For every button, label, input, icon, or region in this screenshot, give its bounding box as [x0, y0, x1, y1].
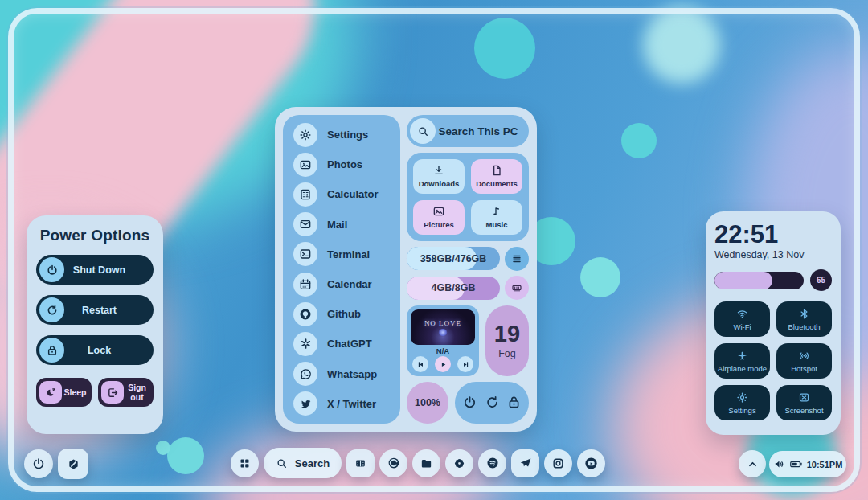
app-item-whatsapp[interactable]: Whatsapp	[293, 362, 400, 386]
app-item-twitter[interactable]: X / Twitter	[293, 391, 400, 416]
date: Wednesday, 13 Nov	[714, 249, 832, 260]
search-icon	[276, 457, 288, 469]
terminal-icon	[293, 242, 317, 266]
documents-tile[interactable]: Documents	[471, 159, 522, 194]
app-item-mail[interactable]: Mail	[293, 212, 400, 236]
weather-temperature: 19	[494, 322, 520, 346]
picture-icon	[432, 205, 445, 218]
search-this-pc[interactable]: Search This PC	[407, 115, 529, 147]
status-panel: 22:51 Wednesday, 13 Nov 65 Wi-Fi Bluetoo…	[706, 211, 841, 435]
hotspot-tile[interactable]: Hotspot	[776, 343, 832, 379]
power-icon	[39, 257, 64, 282]
memory-meter: 4GB/8GB	[407, 277, 500, 300]
music-tile[interactable]: Music	[471, 200, 522, 235]
dock-youtube-button[interactable]	[577, 449, 605, 477]
search-icon	[410, 118, 436, 144]
app-label: Calendar	[327, 278, 372, 290]
sleep-button[interactable]: Sleep	[36, 378, 92, 407]
wifi-tile[interactable]: Wi-Fi	[714, 301, 770, 337]
video-editor-icon	[354, 457, 367, 470]
airplane-mode-tile[interactable]: Airplane mode	[714, 343, 770, 379]
pictures-tile[interactable]: Pictures	[413, 200, 465, 235]
play-icon[interactable]	[435, 356, 451, 372]
tile-label: Wi-Fi	[733, 322, 751, 331]
shutdown-button[interactable]: Shut Down	[36, 255, 154, 285]
lock-button[interactable]: Lock	[36, 335, 154, 365]
dock-files-button[interactable]	[412, 449, 440, 477]
app-menu: Settings Photos Calculator Mail Terminal	[283, 115, 400, 424]
document-icon	[490, 164, 503, 177]
weather-widget: 19 Fog	[485, 305, 529, 376]
shutdown-label: Shut Down	[64, 264, 150, 276]
dock-search-button[interactable]: Search	[264, 448, 342, 478]
power-options-panel: Power Options Shut Down Restart Lock Sle…	[27, 215, 163, 434]
app-item-terminal[interactable]: Terminal	[293, 242, 400, 266]
youtube-icon	[583, 456, 599, 471]
album-art-graphic	[438, 329, 448, 336]
app-item-github[interactable]: Github	[293, 302, 400, 326]
app-item-photos[interactable]: Photos	[293, 153, 400, 177]
ram-icon[interactable]	[505, 276, 529, 300]
sleep-icon	[39, 381, 62, 404]
dock-video-editor-button[interactable]	[346, 449, 375, 477]
app-item-chatgpt[interactable]: ChatGPT	[293, 332, 400, 356]
lock-icon[interactable]	[506, 395, 522, 410]
app-item-settings[interactable]: Settings	[293, 123, 400, 147]
restart-button[interactable]: Restart	[36, 295, 154, 325]
system-tray[interactable]: 10:51PM	[769, 451, 846, 477]
app-label: X / Twitter	[327, 398, 376, 410]
app-item-calculator[interactable]: Calculator	[293, 182, 400, 207]
download-icon	[432, 164, 445, 177]
dock-flower-app-button[interactable]	[445, 449, 473, 477]
taskbar-theme-button[interactable]	[58, 449, 88, 479]
settings-tile[interactable]: Settings	[714, 385, 770, 420]
downloads-tile[interactable]: Downloads	[413, 159, 465, 194]
tile-label: Airplane mode	[718, 364, 767, 373]
app-label: Settings	[327, 129, 368, 141]
storage-row: 358GB/476GB	[407, 247, 529, 271]
chevron-up-icon	[746, 457, 760, 471]
tile-label: Bluetooth	[788, 322, 820, 331]
battery-row: 65	[714, 269, 832, 291]
twitter-icon	[293, 391, 317, 416]
folder-tiles: Downloads Documents Pictures Music	[407, 153, 529, 241]
dock-telegram-button[interactable]	[511, 449, 539, 477]
bluetooth-tile[interactable]: Bluetooth	[776, 301, 832, 337]
instagram-icon	[551, 457, 565, 470]
dock-app-grid-button[interactable]	[231, 449, 259, 477]
spotify-icon	[485, 456, 500, 470]
session-pill	[455, 382, 529, 424]
tile-label: Music	[486, 220, 508, 229]
memory-label: 4GB/8GB	[407, 277, 500, 300]
app-item-calendar[interactable]: Calendar	[293, 273, 400, 297]
lock-icon	[39, 338, 64, 363]
taskbar-power-button[interactable]	[24, 449, 53, 478]
calculator-icon	[293, 182, 317, 207]
tile-label: Downloads	[419, 179, 460, 188]
album-art: NO LOVE	[411, 309, 475, 345]
github-icon	[293, 302, 317, 326]
drive-icon[interactable]	[505, 247, 529, 271]
music-player: NO LOVE N/A	[407, 305, 479, 376]
sign-out-button[interactable]: Sign out	[98, 378, 154, 407]
dock-search-label: Search	[295, 457, 330, 469]
album-title: NO LOVE	[424, 319, 461, 327]
tile-label: Screenshot	[784, 406, 823, 415]
screenshot-tile[interactable]: Screenshot	[776, 385, 832, 420]
dock-instagram-button[interactable]	[544, 449, 572, 477]
session-row: 100%	[407, 382, 529, 424]
restart-icon[interactable]	[485, 395, 500, 410]
restart-label: Restart	[64, 305, 150, 316]
power-icon[interactable]	[462, 395, 477, 410]
dock-browser-button[interactable]	[379, 449, 407, 477]
tray-expand-button[interactable]	[739, 450, 766, 477]
storage-label: 358GB/476GB	[407, 247, 500, 270]
battery-bar	[714, 272, 804, 289]
previous-icon[interactable]	[412, 356, 428, 372]
dock-spotify-button[interactable]	[478, 449, 506, 477]
battery-badge: 65	[810, 269, 832, 291]
battery-bar-fill	[714, 272, 772, 289]
battery-icon	[789, 457, 803, 471]
whatsapp-icon	[293, 362, 317, 386]
next-icon[interactable]	[457, 356, 473, 372]
